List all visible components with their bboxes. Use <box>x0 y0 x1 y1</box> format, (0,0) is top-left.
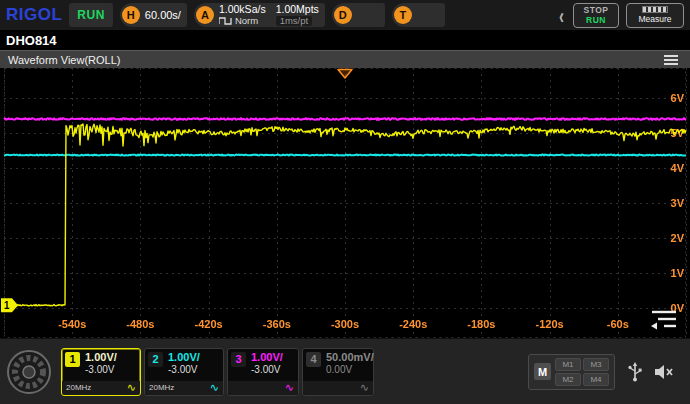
chevron-left-icon[interactable]: ‹ <box>557 2 566 28</box>
channel-1-wave-icon: ∿ <box>127 382 136 393</box>
channel-2-scale: 1.00V/ <box>168 351 200 365</box>
math-m4-button[interactable]: M4 <box>583 373 609 386</box>
channel-2-offset: -3.00V <box>168 364 200 377</box>
stop-run-button[interactable]: STOP RUN <box>573 3 619 28</box>
stop-label: STOP <box>584 6 609 15</box>
channel-1-box[interactable]: 1 1.00V/ -3.00V 20MHz ∿ <box>61 348 141 396</box>
acquire-key-icon[interactable]: A <box>196 6 214 24</box>
acquire-control[interactable]: A 1.00kSa/s Norm 1.00Mpts 1ms/pt <box>194 3 325 27</box>
channel-2-number: 2 <box>148 352 163 367</box>
measure-button[interactable]: Measure <box>626 3 684 28</box>
decode-key-icon[interactable]: D <box>334 6 352 24</box>
math-tile[interactable]: M <box>534 363 551 380</box>
math-m1-button[interactable]: M1 <box>555 358 581 371</box>
run-status-text: RUN <box>77 8 105 22</box>
channel-3-scale: 1.00V/ <box>251 351 283 365</box>
bottom-bar: 1 1.00V/ -3.00V 20MHz ∿ 2 1.00V/ -3.00V … <box>0 338 690 404</box>
horizontal-key-icon[interactable]: H <box>122 6 140 24</box>
measure-icon <box>642 6 668 13</box>
waveform-plot-area[interactable] <box>0 68 690 338</box>
horizontal-control[interactable]: H 60.00s/ <box>120 3 187 27</box>
sample-rate: 1.00kSa/s <box>219 4 266 16</box>
channel-4-box[interactable]: 4 50.00mV/ 0.00V ∿ <box>302 348 374 396</box>
channel-4-offset: 0.00V <box>326 364 374 377</box>
model-row: DHO814 <box>0 30 690 50</box>
measure-label: Measure <box>638 14 671 24</box>
channel-4-number: 4 <box>306 352 321 367</box>
speaker-mute-icon[interactable] <box>654 363 674 381</box>
channel-2-wave-icon: ∿ <box>210 382 219 393</box>
channel-1-offset: -3.00V <box>85 364 117 377</box>
math-m2-button[interactable]: M2 <box>555 373 581 386</box>
usb-icon[interactable] <box>628 362 642 382</box>
channel-1-bandwidth: 20MHz <box>66 383 91 392</box>
channel-4-scale: 50.00mV/ <box>326 351 374 365</box>
hamburger-menu-icon[interactable] <box>664 55 682 65</box>
channel-1-scale: 1.00V/ <box>85 351 117 365</box>
channel-3-box[interactable]: 3 1.00V/ -3.00V ∿ <box>227 348 299 396</box>
memory-depth: 1.00Mpts <box>276 4 319 16</box>
acquire-mode: Norm <box>235 16 258 26</box>
model-name: DHO814 <box>6 33 57 48</box>
channel-2-box[interactable]: 2 1.00V/ -3.00V 20MHz ∿ <box>144 348 224 396</box>
oscilloscope-screen: RIGOL RUN H 60.00s/ A 1.00kSa/s Norm <box>0 0 690 404</box>
channel-3-number: 3 <box>231 352 246 367</box>
top-bar: RIGOL RUN H 60.00s/ A 1.00kSa/s Norm <box>0 0 690 30</box>
math-m3-button[interactable]: M3 <box>583 358 609 371</box>
time-per-point: 1ms/pt <box>276 16 313 26</box>
plot-menu-collapse-icon[interactable] <box>646 308 680 332</box>
decode-control[interactable]: D <box>332 3 385 27</box>
waveform-view-tab[interactable]: Waveform View(ROLL) <box>0 50 690 68</box>
trigger-control[interactable]: T <box>392 3 445 27</box>
view-title: Waveform View(ROLL) <box>8 54 120 66</box>
rigol-logo: RIGOL <box>6 5 62 25</box>
channel-4-wave-icon: ∿ <box>360 382 369 393</box>
waveform-canvas[interactable] <box>0 68 690 338</box>
run-label: RUN <box>586 16 606 25</box>
trigger-key-icon[interactable]: T <box>394 6 412 24</box>
math-section: M M1 M3 M2 M4 <box>528 354 615 390</box>
system-icons <box>618 362 684 382</box>
channel-1-number: 1 <box>65 352 80 367</box>
horizontal-scale: 60.00s/ <box>145 9 181 21</box>
acquire-info: 1.00kSa/s Norm 1.00Mpts 1ms/pt <box>219 4 319 26</box>
channel-2-bandwidth: 20MHz <box>149 383 174 392</box>
acquisition-status-chip[interactable]: RUN <box>69 3 113 27</box>
channel-3-wave-icon: ∿ <box>285 382 294 393</box>
channel-3-offset: -3.00V <box>251 364 283 377</box>
square-wave-icon <box>219 17 232 25</box>
rigol-logo-badge[interactable] <box>6 349 52 395</box>
